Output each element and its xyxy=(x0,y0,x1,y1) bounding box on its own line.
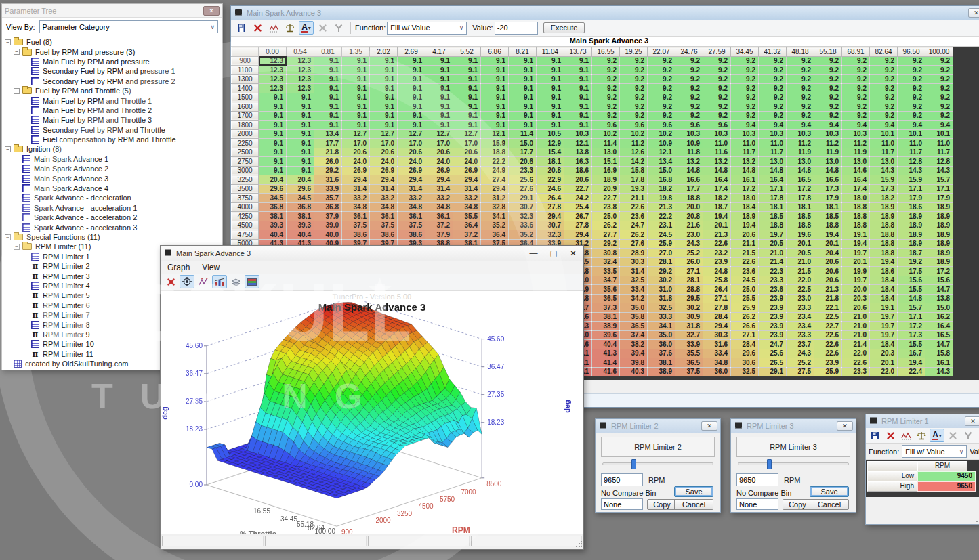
cell[interactable]: 9.1 xyxy=(481,56,509,66)
cell[interactable]: 9.2 xyxy=(620,93,648,102)
cell[interactable]: 9.1 xyxy=(370,111,398,121)
col-header[interactable]: 2.02 xyxy=(370,47,398,57)
cell[interactable]: 33.2 xyxy=(425,194,453,203)
cell[interactable]: 12.6 xyxy=(620,148,648,157)
save-button[interactable]: Save xyxy=(674,486,713,497)
cell[interactable]: 28.8 xyxy=(675,285,703,295)
cell[interactable]: 9.2 xyxy=(898,66,925,75)
cell[interactable]: 9.2 xyxy=(787,56,814,66)
cell[interactable]: 30.3 xyxy=(620,257,648,267)
tree-item[interactable]: −Fuel (8) xyxy=(5,37,222,47)
cell[interactable]: 9.1 xyxy=(564,93,592,102)
cell[interactable]: 18.4 xyxy=(731,202,759,212)
cell[interactable]: 31.4 xyxy=(453,184,481,194)
cell[interactable]: 23.9 xyxy=(703,257,731,267)
cell[interactable]: 41.4 xyxy=(592,358,620,368)
cell[interactable]: 33.4 xyxy=(703,349,731,358)
cell[interactable]: 22.6 xyxy=(842,358,870,368)
cell[interactable]: 32.5 xyxy=(648,303,675,313)
cell[interactable]: 17.7 xyxy=(509,148,537,157)
cell[interactable]: 24.0 xyxy=(425,157,453,167)
cell[interactable]: 9.2 xyxy=(731,111,759,121)
cell[interactable]: 18.1 xyxy=(759,202,787,212)
cell[interactable]: 34.1 xyxy=(481,212,509,221)
cell[interactable]: 38.1 xyxy=(259,212,287,221)
cell[interactable]: 16.6 xyxy=(675,175,703,185)
cell[interactable]: 20.6 xyxy=(814,257,842,267)
cell[interactable]: 10.3 xyxy=(564,129,592,139)
cell[interactable]: 27.5 xyxy=(787,367,814,376)
tree-item[interactable]: Spark Advance - deceleration xyxy=(5,193,222,202)
cell[interactable]: 24.7 xyxy=(620,221,648,230)
cell[interactable]: 27.0 xyxy=(648,249,675,258)
cell[interactable]: 19.7 xyxy=(759,230,787,240)
cell[interactable]: 24.5 xyxy=(648,230,675,240)
cell[interactable]: 12.3 xyxy=(259,56,287,66)
cell[interactable]: 22.6 xyxy=(814,330,842,340)
cell[interactable]: 9.2 xyxy=(731,93,759,102)
cell[interactable]: 9.2 xyxy=(620,56,648,66)
cell[interactable]: 9.4 xyxy=(759,121,787,130)
cell[interactable]: 22.6 xyxy=(814,340,842,349)
cell[interactable]: 22.6 xyxy=(620,202,648,212)
cell[interactable]: 9.4 xyxy=(814,121,842,130)
cell[interactable]: 17.2 xyxy=(898,322,925,331)
cell[interactable]: 9.2 xyxy=(814,93,842,102)
cell[interactable]: 11.2 xyxy=(787,139,814,148)
cell[interactable]: 25.9 xyxy=(731,303,759,313)
cell[interactable]: 20.5 xyxy=(787,249,814,258)
limiter3-rpm-input[interactable] xyxy=(736,473,778,486)
row-header[interactable]: 2250 xyxy=(232,139,259,148)
cell[interactable]: 22.7 xyxy=(814,322,842,331)
cell[interactable]: 10.1 xyxy=(898,129,925,139)
cell[interactable]: 20.6 xyxy=(425,148,453,157)
cell[interactable]: 24.6 xyxy=(537,184,564,194)
col-header[interactable]: 19.25 xyxy=(620,47,648,57)
cell[interactable]: 23.3 xyxy=(842,367,870,376)
cell[interactable]: 18.4 xyxy=(870,294,898,303)
cell[interactable]: 38.1 xyxy=(287,212,314,221)
cell[interactable]: 20.0 xyxy=(842,285,870,295)
cell[interactable]: 24.3 xyxy=(675,239,703,249)
trace-graph-icon[interactable] xyxy=(898,429,913,442)
cell[interactable]: 20.1 xyxy=(787,239,814,249)
cell[interactable]: 37.5 xyxy=(398,221,425,230)
cell[interactable]: 40.0 xyxy=(314,230,342,240)
cell[interactable]: 18.2 xyxy=(648,184,675,194)
tree-item[interactable]: Main Spark Advance 1 xyxy=(5,154,222,164)
cell[interactable]: 29.2 xyxy=(648,267,675,276)
cell[interactable]: 17.4 xyxy=(842,184,870,194)
cell[interactable]: 37.6 xyxy=(648,349,675,358)
cell[interactable]: 29.4 xyxy=(398,175,425,185)
cell[interactable]: 9.1 xyxy=(259,93,287,102)
cell[interactable]: 9.1 xyxy=(564,111,592,121)
row-header[interactable]: 2500 xyxy=(232,148,259,157)
cell[interactable]: 20.1 xyxy=(842,257,870,267)
menu-view[interactable]: View xyxy=(202,263,220,272)
cell[interactable]: 33.2 xyxy=(370,194,398,203)
cell[interactable]: 9.2 xyxy=(842,74,870,84)
cell[interactable]: 36.5 xyxy=(592,294,620,303)
cell[interactable]: 17.8 xyxy=(620,175,648,185)
cell[interactable]: 20.6 xyxy=(453,148,481,157)
cell[interactable]: 10.3 xyxy=(675,129,703,139)
cell[interactable]: 9.6 xyxy=(675,121,703,130)
cancel-button[interactable]: Cancel xyxy=(674,499,713,510)
cell[interactable]: 9.2 xyxy=(703,111,731,121)
cell[interactable]: 18.1 xyxy=(814,202,842,212)
cell[interactable]: 30.2 xyxy=(675,303,703,313)
cell[interactable]: 9.2 xyxy=(648,102,675,112)
cell[interactable]: 22.0 xyxy=(842,349,870,358)
cell[interactable]: 18.9 xyxy=(898,221,925,230)
cell[interactable]: 15.6 xyxy=(898,276,925,285)
cell[interactable]: 13.0 xyxy=(592,148,620,157)
cell[interactable]: 23.9 xyxy=(759,330,787,340)
tree-item[interactable]: −Ignition (8) xyxy=(5,144,222,154)
col-header[interactable]: 27.59 xyxy=(703,47,731,57)
cell[interactable]: 26.0 xyxy=(314,157,342,167)
cell[interactable]: 9.2 xyxy=(925,111,953,121)
cell[interactable]: 33.5 xyxy=(592,267,620,276)
row-header[interactable]: 2000 xyxy=(232,129,259,139)
cell[interactable]: 9.2 xyxy=(787,74,814,84)
cell[interactable]: 14.7 xyxy=(925,285,953,295)
